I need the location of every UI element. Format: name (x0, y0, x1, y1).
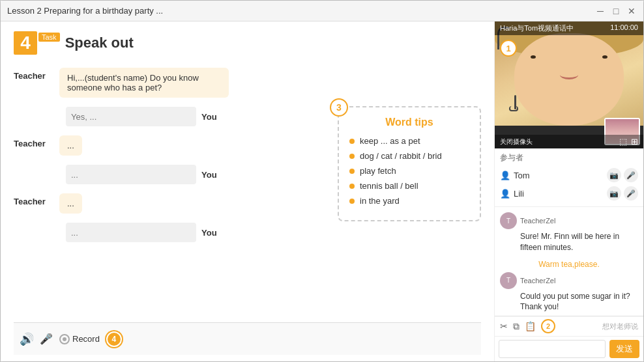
video-icon-2[interactable]: ⊞ (631, 137, 638, 146)
left-eye (531, 55, 536, 59)
chat-msg-1: T TeacherZel Sure! Mr. Finn will be here… (500, 212, 638, 253)
you-input-1[interactable] (66, 107, 196, 126)
video-time: 11:00:00 (610, 23, 638, 33)
close-button[interactable]: ✕ (626, 6, 637, 16)
participant-cam-tom[interactable]: 📷 (607, 168, 621, 182)
step1-badge: 1 (500, 40, 517, 57)
participant-controls-tom: 📷 🎤 (607, 168, 638, 182)
dot-1 (349, 139, 355, 144)
participant-row-lili: 👤 Lili 📷 🎤 (500, 184, 638, 202)
title-bar: Lesson 2 Preparing for a birthday party … (1, 1, 643, 21)
right-eye (602, 55, 607, 59)
you-input-3[interactable] (66, 223, 196, 242)
dot-3 (349, 169, 355, 174)
main-content: 4 Task Speak out Teacher Hi,...(student'… (1, 21, 643, 361)
mic-icon: 🎤 (40, 333, 53, 345)
participant-cam-lili[interactable]: 📷 (607, 186, 621, 201)
participant-name-lili: Lili (514, 189, 524, 199)
word-tip-1: keep ... as a pet (349, 136, 469, 146)
word-tip-3: play fetch (349, 166, 469, 176)
participant-row-tom: 👤 Tom 📷 🎤 (500, 166, 638, 184)
teacher-bubble-2: ... (59, 135, 82, 156)
chat-avatar-2: T (500, 272, 517, 289)
chat-msg-header-1: T TeacherZel (500, 212, 638, 229)
video-icon-1[interactable]: ⬚ (619, 137, 627, 146)
chat-messages: T TeacherZel Sure! Mr. Finn will be here… (495, 207, 643, 316)
word-tip-2: dog / cat / rabbit / brid (349, 151, 469, 161)
right-panel: Haria与Tom视频通话中 11:00:00 1 (495, 21, 643, 361)
speaker-teacher-2: Teacher (14, 135, 59, 148)
dot-5 (349, 199, 355, 204)
participant-name-area-lili: 👤 Lili (500, 189, 524, 199)
video-main-face (495, 21, 643, 126)
word-tips-panel: 3 Word tips keep ... as a pet dog / cat … (338, 106, 481, 221)
dot-4 (349, 184, 355, 189)
mic-cap (509, 106, 518, 111)
you-label-3: You (201, 228, 217, 238)
task-header: 4 Task Speak out (14, 31, 481, 55)
face-skin (514, 33, 624, 126)
you-input-wrapper-2: You (66, 165, 217, 184)
mouth (560, 70, 578, 79)
chat-msg-header-2: T TeacherZel (500, 272, 638, 289)
window-title: Lesson 2 Preparing for a birthday party … (7, 6, 163, 16)
you-input-2[interactable] (66, 165, 196, 184)
main-window: Lesson 2 Preparing for a birthday party … (0, 0, 644, 362)
chat-text-1: Sure! Mr. Finn will be here in fifteen m… (500, 231, 638, 253)
close-camera-btn[interactable]: 关闭摄像头 (500, 137, 533, 146)
you-label-2: You (201, 170, 217, 180)
participants-title: 参与者 (500, 152, 638, 163)
record-label: Record (72, 334, 100, 344)
participant-name-tom: Tom (514, 171, 530, 180)
chat-section: T TeacherZel Sure! Mr. Finn will be here… (495, 207, 643, 361)
task-number: 4 (14, 31, 37, 55)
record-inner (63, 337, 66, 341)
mic-button[interactable]: 🎤 (40, 333, 53, 345)
you-input-wrapper-1: You (66, 107, 217, 126)
chat-text-2: Could you put some sugar in it? Thank yo… (500, 291, 638, 313)
chat-sender-2: TeacherZel (520, 277, 555, 285)
word-tips-list: keep ... as a pet dog / cat / rabbit / b… (349, 136, 469, 206)
participant-mic-tom[interactable]: 🎤 (624, 168, 638, 182)
word-tips-title: Word tips (349, 117, 469, 128)
video-title: Haria与Tom视频通话中 (500, 23, 574, 33)
teacher-bubble-1: Hi,...(student's name) Do you know someo… (59, 68, 229, 98)
paste-icon[interactable]: 📋 (525, 321, 536, 331)
word-tip-5: in the yard (349, 196, 469, 206)
participant-icon-lili: 👤 (500, 189, 510, 199)
step2-badge: 2 (541, 319, 555, 333)
speaker-icon[interactable]: 🔊 (20, 332, 34, 346)
send-button[interactable]: 发送 (609, 340, 639, 358)
chat-hint: 想对老师说 (602, 322, 638, 331)
chat-msg-2: T TeacherZel Could you put some sugar in… (500, 272, 638, 313)
chat-input[interactable] (499, 340, 606, 358)
participant-controls-lili: 📷 🎤 (607, 186, 638, 201)
step4-badge: 4 (106, 331, 122, 347)
word-tip-4: tennis ball / bell (349, 181, 469, 191)
video-ctrl-icons: ⬚ ⊞ (619, 137, 638, 146)
teacher-bubble-3: ... (59, 193, 82, 214)
video-section: Haria与Tom视频通话中 11:00:00 1 (495, 21, 643, 148)
window-controls: ─ □ ✕ (595, 6, 637, 16)
participants-section: 参与者 👤 Tom 📷 🎤 👤 Lili (495, 148, 643, 207)
bottom-toolbar: 🔊 🎤 Record 4 (14, 322, 481, 355)
record-button[interactable]: Record (59, 334, 100, 344)
copy-icon[interactable]: ⧉ (513, 321, 520, 332)
chat-sender-1: TeacherZel (520, 217, 555, 225)
minimize-button[interactable]: ─ (595, 6, 606, 16)
chat-toolbar: ✂ ⧉ 📋 2 想对老师说 (495, 316, 643, 337)
participant-mic-lili[interactable]: 🎤 (624, 186, 638, 201)
chat-orange-bubble: Warm tea,please. (500, 260, 638, 269)
record-circle (59, 334, 70, 344)
participant-name-area-tom: 👤 Tom (500, 171, 530, 180)
dialog-row-6: You (14, 223, 478, 242)
chat-input-row: 发送 (495, 337, 643, 361)
scissors-icon[interactable]: ✂ (500, 321, 508, 331)
video-header: Haria与Tom视频通话中 11:00:00 (495, 21, 643, 35)
speaker-teacher-1: Teacher (14, 68, 59, 81)
participant-icon-tom: 👤 (500, 171, 510, 180)
you-label-1: You (201, 112, 217, 122)
task-title: Speak out (65, 35, 134, 51)
maximize-button[interactable]: □ (611, 6, 621, 16)
video-controls: 关闭摄像头 ⬚ ⊞ (495, 135, 643, 148)
